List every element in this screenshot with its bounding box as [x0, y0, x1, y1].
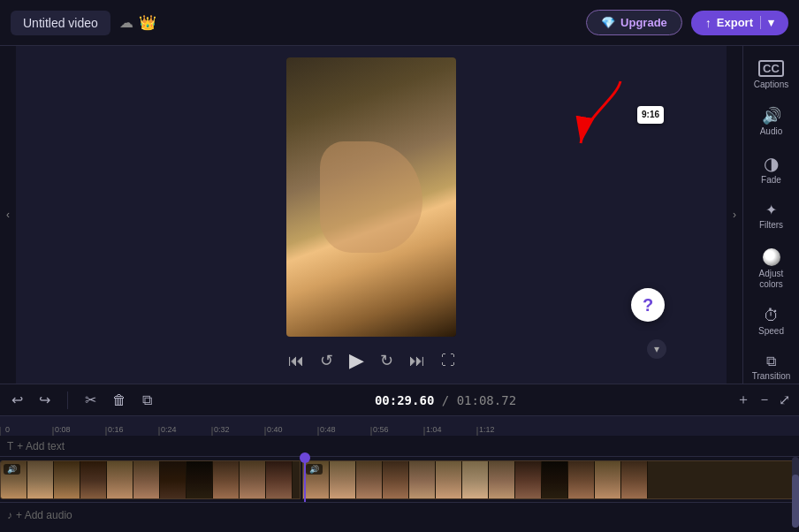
- toolbar-divider: [67, 391, 68, 409]
- thumb-cell: [462, 461, 489, 499]
- video-track: 🔊 🔊: [0, 457, 799, 503]
- thumb-cell: [80, 461, 107, 499]
- undo-button[interactable]: ↩: [9, 389, 26, 411]
- thumb-cell: [621, 461, 648, 499]
- transition-icon: ⧉: [766, 354, 776, 369]
- music-icon: ♪: [7, 509, 12, 521]
- gem-icon: 💎: [601, 16, 615, 29]
- playback-controls: ⏮ ↺ ▶ ↻ ⏭ ⛶: [288, 349, 455, 372]
- play-button[interactable]: ▶: [349, 349, 364, 372]
- sidebar-item-speed[interactable]: ⏱ Speed: [747, 300, 796, 344]
- thumb-cell: [107, 461, 133, 499]
- redo-button[interactable]: ↪: [36, 389, 53, 411]
- ruler-mark-8: 1:04: [426, 425, 442, 434]
- filters-icon: ✦: [765, 203, 777, 217]
- fit-to-screen-button[interactable]: ⤢: [779, 391, 790, 408]
- right-panel-collapse[interactable]: ›: [727, 46, 742, 384]
- sidebar-item-adjust-colors[interactable]: Adjust colors: [747, 241, 796, 297]
- skip-back-button[interactable]: ⏮: [288, 352, 304, 370]
- panel-chevron-down[interactable]: ▾: [647, 339, 666, 359]
- thumb-cell: [489, 461, 515, 499]
- timeline-scrollbar-thumb[interactable]: [792, 475, 799, 528]
- timeline-ruler: 0 0:08 0:16 0:24 0:32 0:40 0:48 0:56 1:0…: [0, 416, 799, 436]
- thumb-cell: [356, 461, 383, 499]
- video-segment-2[interactable]: 🔊: [302, 460, 799, 499]
- sidebar-item-captions[interactable]: CC Captions: [747, 53, 796, 97]
- chevron-left-icon: ‹: [6, 209, 10, 221]
- upgrade-button[interactable]: 💎 Upgrade: [586, 10, 682, 35]
- main-area: ‹ 9:16 ⏮ ↺ ▶ ↻: [0, 46, 799, 384]
- add-text-icon: T: [7, 440, 13, 452]
- speed-icon: ⏱: [764, 308, 780, 323]
- chevron-right-icon: ›: [733, 209, 736, 221]
- ruler-mark-9: 1:12: [479, 425, 495, 434]
- zoom-in-button[interactable]: ＋: [736, 391, 750, 409]
- rewind-5-button[interactable]: ↺: [320, 351, 333, 370]
- project-title[interactable]: Untitled video: [11, 11, 110, 35]
- thumb-cell: [54, 461, 80, 499]
- thumb-cell: [133, 461, 160, 499]
- video-preview: [286, 57, 456, 337]
- arrow-annotation: [567, 72, 638, 156]
- thumb-cell: [542, 461, 568, 499]
- add-audio-button[interactable]: ♪ + Add audio: [0, 503, 799, 528]
- video-segment-1[interactable]: 🔊: [0, 460, 301, 499]
- thumb-cell: [383, 461, 409, 499]
- thumb-cell: [568, 461, 595, 499]
- ruler-mark-7: 0:56: [373, 425, 389, 434]
- export-icon: ↑: [705, 16, 711, 30]
- thumb-cell: [266, 461, 293, 499]
- topbar-right: 💎 Upgrade ↑ Export ▾: [586, 10, 788, 35]
- help-button[interactable]: ?: [631, 288, 665, 322]
- timeline-tracks: T + Add text 🔊: [0, 436, 799, 532]
- thumb-cell: [330, 461, 356, 499]
- video-frame: [286, 57, 456, 337]
- delete-button[interactable]: 🗑: [110, 390, 129, 411]
- skip-forward-button[interactable]: ⏭: [409, 352, 425, 370]
- chevron-down-icon: ▾: [654, 343, 659, 355]
- thumb-cell: [213, 461, 240, 499]
- zoom-out-button[interactable]: －: [757, 391, 772, 409]
- thumb-cell: [436, 461, 462, 499]
- timeline: ↩ ↪ ✂ 🗑 ⧉ 00:29.60 / 01:08.72 ＋ － ⤢ 0 0:…: [0, 384, 799, 532]
- timeline-toolbar: ↩ ↪ ✂ 🗑 ⧉ 00:29.60 / 01:08.72 ＋ － ⤢: [0, 384, 799, 416]
- timeline-right-icons: ＋ － ⤢: [736, 391, 790, 409]
- thumb-cell: [27, 461, 54, 499]
- canvas-area: 9:16 ⏮ ↺ ▶ ↻ ⏭ ⛶: [16, 46, 727, 384]
- fullscreen-button[interactable]: ⛶: [441, 353, 455, 369]
- export-caret: ▾: [760, 16, 774, 29]
- forward-5-button[interactable]: ↻: [380, 351, 393, 370]
- sidebar-item-filters[interactable]: ✦ Filters: [747, 196, 796, 238]
- sidebar-item-audio[interactable]: 🔊 Audio: [747, 101, 796, 144]
- ruler-mark-6: 0:48: [320, 425, 336, 434]
- sidebar-item-transition[interactable]: ⧉ Transition: [747, 347, 796, 384]
- sidebar-item-fade[interactable]: ◑ Fade: [747, 148, 796, 193]
- timecode: 00:29.60 / 01:08.72: [165, 393, 726, 407]
- thumb-cell: [240, 461, 266, 499]
- ruler-mark-5: 0:40: [267, 425, 283, 434]
- ruler-mark-3: 0:24: [161, 425, 177, 434]
- export-button[interactable]: ↑ Export ▾: [691, 11, 788, 35]
- thumb-cell: [515, 461, 542, 499]
- cut-button[interactable]: ✂: [82, 389, 99, 411]
- add-text-button[interactable]: T + Add text: [0, 436, 799, 457]
- thumb-cell: [595, 461, 621, 499]
- cloud-icon: ☁: [119, 14, 133, 31]
- ruler-mark-4: 0:32: [214, 425, 230, 434]
- right-sidebar: CC Captions 🔊 Audio ◑ Fade ✦ Filters Adj…: [742, 46, 799, 384]
- fade-icon: ◑: [764, 155, 779, 172]
- ruler-mark-2: 0:16: [108, 425, 124, 434]
- left-panel-collapse[interactable]: ‹: [0, 46, 16, 384]
- audio-icon: 🔊: [762, 108, 781, 124]
- thumb-cell: [186, 461, 213, 499]
- segment2-audio-icon: 🔊: [306, 464, 323, 475]
- thumb-cell: [409, 461, 436, 499]
- aspect-ratio-badge[interactable]: 9:16: [637, 106, 664, 124]
- thumb-cell: [160, 461, 186, 499]
- topbar-icons: ☁ 👑: [119, 14, 586, 31]
- segment-audio-icon: 🔊: [4, 464, 20, 475]
- copy-button[interactable]: ⧉: [140, 390, 155, 411]
- adjust-colors-icon: [763, 248, 780, 266]
- timeline-scrollbar[interactable]: [792, 457, 799, 502]
- topbar: Untitled video ☁ 👑 💎 Upgrade ↑ Export ▾: [0, 0, 799, 46]
